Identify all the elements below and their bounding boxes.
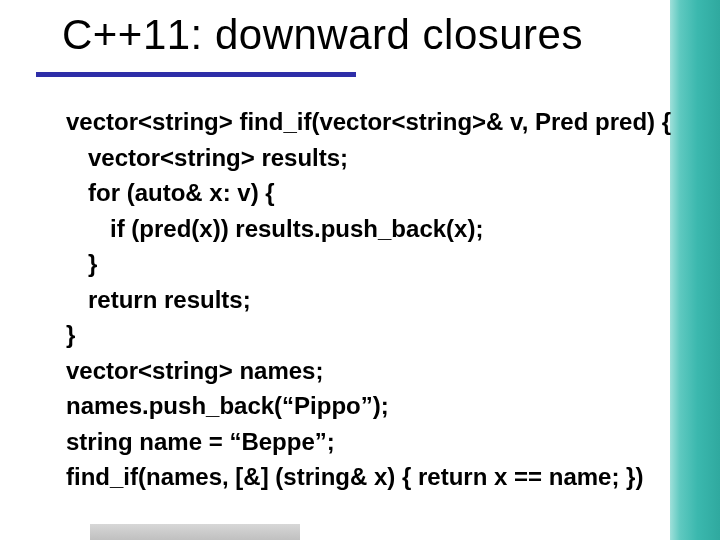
code-line: for (auto& x: v) { [66, 175, 656, 211]
code-line: vector<string> names; [66, 353, 656, 389]
code-line: } [66, 246, 656, 282]
code-line: names.push_back(“Pippo”); [66, 388, 656, 424]
code-line: string name = “Beppe”; [66, 424, 656, 460]
code-line: vector<string> find_if(vector<string>& v… [66, 104, 656, 140]
title-rule [36, 72, 356, 77]
code-line: find_if(names, [&] (string& x) { return … [66, 459, 656, 495]
footer-block [90, 524, 300, 540]
slide-title: C++11: downward closures [62, 12, 660, 58]
code-block: vector<string> find_if(vector<string>& v… [66, 104, 656, 510]
accent-strip [670, 0, 720, 540]
title-area: C++11: downward closures [62, 12, 660, 58]
slide: C++11: downward closures vector<string> … [0, 0, 720, 540]
code-line: return results; [66, 282, 656, 318]
code-line: vector<string> results; [66, 140, 656, 176]
code-line: if (pred(x)) results.push_back(x); [66, 211, 656, 247]
code-line: } [66, 317, 656, 353]
